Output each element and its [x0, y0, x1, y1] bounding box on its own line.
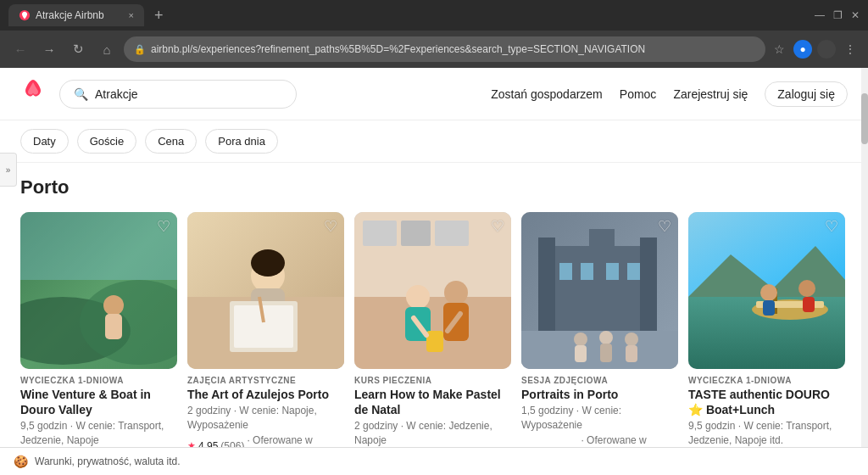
close-window-button[interactable]: ✕ — [851, 9, 860, 21]
wishlist-button-1[interactable]: ♡ — [157, 219, 170, 234]
card-image-wrap-4: ♡ — [521, 212, 678, 369]
card-portraits-porto[interactable]: ♡ SESJA ZDJĘCIOWA Portraits in Porto 1,5… — [521, 212, 678, 473]
airbnb-logo-svg — [20, 78, 46, 103]
maximize-button[interactable]: ❐ — [833, 9, 843, 21]
card-title-3: Learn How to Make Pastel de Natal — [354, 387, 511, 417]
card-detail-5: 9,5 godzin · W cenie: Transport, Jedzeni… — [688, 419, 845, 448]
card-image-5 — [688, 212, 845, 369]
svg-rect-51 — [803, 297, 815, 312]
home-button[interactable]: ⌂ — [95, 37, 119, 61]
wishlist-button-4[interactable]: ♡ — [658, 219, 671, 234]
login-button[interactable]: Zaloguj się — [765, 81, 848, 107]
cookie-text: Warunki, prywatność, waluta itd. — [35, 455, 181, 467]
main-content: Porto — [0, 163, 868, 475]
card-title-4: Portraits in Porto — [521, 387, 678, 402]
card-image-wrap-3: ♡ — [354, 212, 511, 369]
card-detail-3: 2 godziny · W cenie: Jedzenie, Napoje — [354, 419, 511, 448]
card-category-5: WYCIECZKA 1-DNIOWA — [688, 376, 845, 385]
side-panel-toggle[interactable]: » — [0, 153, 17, 187]
svg-point-22 — [444, 281, 468, 305]
svg-point-37 — [574, 332, 587, 346]
wishlist-button-3[interactable]: ♡ — [491, 219, 504, 234]
cookie-banner[interactable]: 🍪 Warunki, prywatność, waluta itd. — [0, 447, 868, 475]
wishlist-button-5[interactable]: ♡ — [825, 219, 838, 234]
svg-rect-33 — [581, 263, 593, 280]
browser-toolbar: ← → ↻ ⌂ 🔒 airbnb.pl/s/experiences?refine… — [0, 31, 868, 68]
profile-icon[interactable]: ● — [793, 40, 812, 59]
svg-rect-12 — [234, 305, 293, 348]
filter-time-button[interactable]: Pora dnia — [205, 129, 278, 154]
header-nav: Zostań gospodarzem Pomoc Zarejestruj się… — [491, 81, 848, 107]
side-panel-icon: » — [6, 165, 11, 175]
svg-point-50 — [798, 280, 815, 297]
card-detail-2: 2 godziny · W cenie: Napoje, Wyposażenie — [187, 404, 344, 433]
card-wine-venture[interactable]: ♡ WYCIECZKA 1-DNIOWA Wine Venture & Boat… — [20, 212, 177, 473]
card-image-1 — [20, 212, 177, 369]
back-button[interactable]: ← — [8, 37, 32, 61]
scrollbar-thumb[interactable] — [861, 93, 868, 144]
card-image-wrap-2: ♡ — [187, 212, 344, 369]
svg-rect-4 — [20, 212, 177, 280]
card-azulejos[interactable]: ♡ ZAJĘCIA ARTYSTYCZNE The Art of Azulejo… — [187, 212, 344, 473]
browser-tab[interactable]: Atrakcje Airbnb × — [8, 4, 144, 26]
address-bar[interactable]: 🔒 airbnb.pl/s/experiences?refinement_pat… — [124, 36, 765, 62]
extension-icon[interactable] — [817, 40, 836, 59]
card-category-1: WYCIECZKA 1-DNIOWA — [20, 376, 177, 385]
tab-close-button[interactable]: × — [129, 10, 134, 20]
card-image-wrap-1: ♡ — [20, 212, 177, 369]
card-image-3 — [354, 212, 511, 369]
url-text: airbnb.pl/s/experiences?refinement_paths… — [151, 43, 755, 55]
toolbar-actions: ☆ ● ⋮ — [771, 39, 860, 59]
card-title-2: The Art of Azulejos Porto — [187, 387, 344, 402]
filter-price-button[interactable]: Cena — [145, 129, 197, 154]
svg-rect-17 — [401, 221, 431, 246]
card-image-2 — [187, 212, 344, 369]
cards-grid: ♡ WYCIECZKA 1-DNIOWA Wine Venture & Boat… — [20, 212, 848, 473]
card-category-2: ZAJĘCIA ARTYSTYCZNE — [187, 376, 344, 385]
card-image-4 — [521, 212, 678, 369]
browser-titlebar: Atrakcje Airbnb × + — ❐ ✕ — [0, 0, 868, 31]
svg-point-41 — [625, 332, 638, 346]
svg-rect-34 — [606, 263, 619, 280]
card-detail-4: 1,5 godziny · W cenie: Wyposażenie — [521, 404, 678, 433]
svg-rect-32 — [559, 263, 572, 280]
tab-favicon-icon — [19, 9, 31, 21]
svg-point-20 — [406, 285, 430, 309]
register-link[interactable]: Zarejestruj się — [673, 87, 748, 101]
filter-guests-button[interactable]: Goście — [77, 129, 136, 154]
svg-rect-40 — [600, 344, 612, 362]
card-taste-douro[interactable]: ♡ WYCIECZKA 1-DNIOWA TASTE authentic DOU… — [688, 212, 845, 473]
new-tab-button[interactable]: + — [151, 7, 167, 25]
section-title: Porto — [20, 176, 848, 198]
help-link[interactable]: Pomoc — [620, 87, 657, 101]
card-pastel-natal[interactable]: ♡ KURS PIECZENIA Learn How to Make Paste… — [354, 212, 511, 473]
svg-rect-29 — [538, 238, 555, 331]
search-icon: 🔍 — [74, 87, 88, 101]
minimize-button[interactable]: — — [815, 9, 825, 21]
tab-title: Atrakcje Airbnb — [36, 9, 104, 21]
search-input[interactable]: Atrakcje — [95, 87, 138, 101]
card-category-3: KURS PIECZENIA — [354, 376, 511, 385]
scrollbar[interactable] — [861, 68, 868, 475]
svg-rect-42 — [626, 345, 637, 362]
wishlist-button-2[interactable]: ♡ — [324, 219, 337, 234]
svg-rect-18 — [435, 221, 469, 246]
refresh-button[interactable]: ↻ — [66, 37, 90, 61]
menu-icon[interactable]: ⋮ — [841, 39, 860, 59]
bookmark-icon[interactable]: ☆ — [771, 39, 788, 59]
svg-rect-24 — [426, 331, 443, 352]
search-bar[interactable]: 🔍 Atrakcje — [59, 80, 297, 109]
svg-point-5 — [103, 295, 124, 316]
page-content: » 🔍 Atrakcje Zostań gospodarzem Pomoc Za… — [0, 68, 868, 475]
airbnb-logo[interactable] — [20, 78, 46, 109]
card-category-4: SESJA ZDJĘCIOWA — [521, 376, 678, 385]
svg-rect-16 — [363, 221, 397, 246]
become-host-link[interactable]: Zostań gospodarzem — [491, 87, 603, 101]
cookie-icon: 🍪 — [14, 455, 28, 468]
browser-chrome: Atrakcje Airbnb × + — ❐ ✕ ← → ↻ ⌂ 🔒 airb… — [0, 0, 868, 68]
svg-rect-52 — [763, 300, 775, 316]
forward-button[interactable]: → — [37, 37, 61, 61]
window-controls: — ❐ ✕ — [815, 9, 860, 21]
svg-rect-35 — [627, 263, 640, 280]
filter-dates-button[interactable]: Daty — [20, 129, 69, 154]
